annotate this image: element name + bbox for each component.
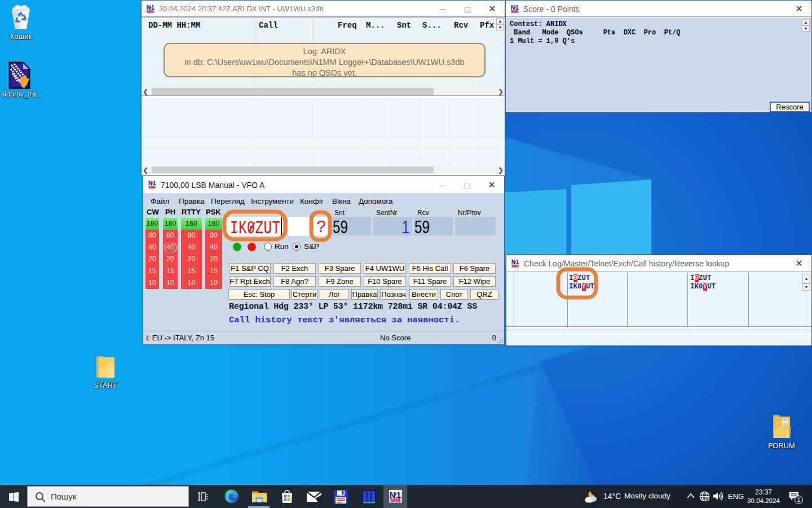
svg-text:MM: MM	[390, 497, 400, 503]
svg-text:+: +	[514, 260, 517, 264]
svg-text:+: +	[151, 181, 153, 185]
svg-text:MM: MM	[512, 264, 519, 268]
svg-text:+: +	[514, 6, 516, 10]
svg-text:MM: MM	[511, 10, 518, 14]
svg-text:MM: MM	[147, 10, 154, 14]
svg-text:+: +	[149, 6, 152, 10]
svg-text:+: +	[394, 491, 398, 497]
svg-text:MM: MM	[149, 185, 156, 189]
